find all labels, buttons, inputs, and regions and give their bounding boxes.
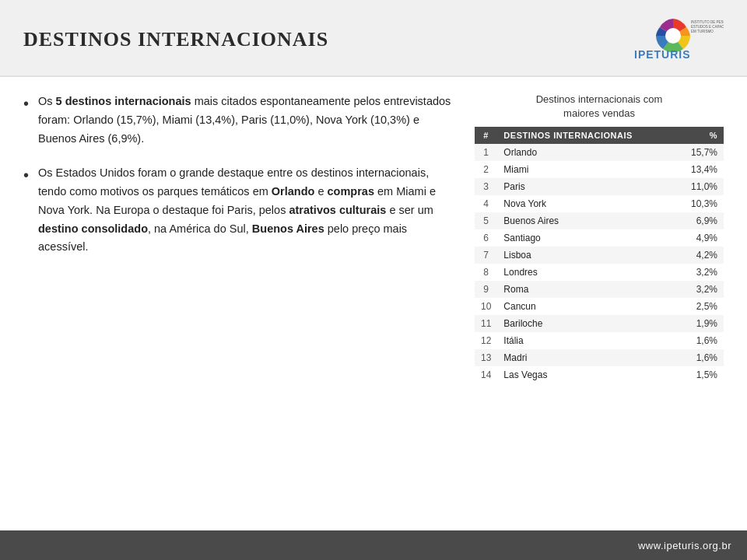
col-destination-header: DESTINOS INTERNACIONAIS (497, 127, 685, 144)
table-row: 2Miami13,4% (475, 161, 724, 178)
cell-percentage: 3,2% (685, 281, 724, 298)
svg-text:EM TURISMO: EM TURISMO (691, 30, 714, 33)
cell-rank: 7 (475, 247, 497, 264)
cell-percentage: 4,9% (685, 229, 724, 247)
svg-text:ESTUDOS E CAPACITAÇÃO: ESTUDOS E CAPACITAÇÃO (691, 24, 724, 29)
cell-destination: Roma (497, 281, 685, 298)
cell-destination: Itália (497, 332, 685, 349)
col-rank-header: # (475, 127, 497, 144)
cell-destination: Las Vegas (497, 366, 685, 383)
right-column: Destinos internacionais com maiores vend… (475, 93, 724, 520)
cell-percentage: 6,9% (685, 212, 724, 229)
cell-destination: Cancun (497, 298, 685, 315)
bullet-dot-1: • (23, 91, 29, 116)
bullet-text-2: Os Estados Unidos foram o grande destaqu… (38, 164, 451, 257)
cell-percentage: 1,6% (685, 332, 724, 349)
cell-percentage: 15,7% (685, 144, 724, 161)
table-row: 11Bariloche1,9% (475, 315, 724, 332)
bullet-item-2: • Os Estados Unidos foram o grande desta… (23, 164, 451, 257)
cell-percentage: 2,5% (685, 298, 724, 315)
cell-destination: Paris (497, 178, 685, 195)
cell-rank: 10 (475, 298, 497, 315)
cell-rank: 5 (475, 212, 497, 229)
bullet-dot-2: • (23, 163, 29, 187)
cell-rank: 2 (475, 161, 497, 178)
table-row: 13Madri1,6% (475, 349, 724, 366)
svg-text:IPETURIS: IPETURIS (634, 48, 691, 61)
table-title-line2: maiores vendas (563, 107, 635, 119)
cell-percentage: 3,2% (685, 264, 724, 281)
footer-url: www.ipeturis.org.br (638, 540, 731, 551)
svg-point-1 (665, 28, 681, 44)
left-column: • Os 5 destinos internacionais mais cita… (23, 93, 459, 520)
table-row: 3Paris11,0% (475, 178, 724, 195)
cell-rank: 3 (475, 178, 497, 195)
cell-percentage: 1,5% (685, 366, 724, 383)
cell-rank: 12 (475, 332, 497, 349)
cell-rank: 1 (475, 144, 497, 161)
title-text: Destinos Internacionais (23, 28, 328, 51)
table-title-line1: Destinos internacionais com (536, 93, 663, 105)
cell-percentage: 11,0% (685, 178, 724, 195)
cell-destination: Madri (497, 349, 685, 366)
bullet-text-1: Os 5 destinos internacionais mais citado… (38, 93, 451, 149)
table-row: 14Las Vegas1,5% (475, 366, 724, 383)
logo-container: IPETURIS INSTITUTO DE PESQUISAS, ESTUDOS… (622, 14, 724, 65)
cell-rank: 8 (475, 264, 497, 281)
page: Destinos Internacionais (0, 0, 747, 560)
cell-rank: 6 (475, 229, 497, 247)
cell-rank: 13 (475, 349, 497, 366)
table-header: # DESTINOS INTERNACIONAIS % (475, 127, 724, 144)
table-row: 10Cancun2,5% (475, 298, 724, 315)
cell-rank: 4 (475, 195, 497, 212)
table-row: 9Roma3,2% (475, 281, 724, 298)
destinations-table: # DESTINOS INTERNACIONAIS % 1Orlando15,7… (475, 127, 724, 383)
cell-destination: Londres (497, 264, 685, 281)
table-header-row: # DESTINOS INTERNACIONAIS % (475, 127, 724, 144)
table-row: 6Santiago4,9% (475, 229, 724, 247)
table-body: 1Orlando15,7%2Miami13,4%3Paris11,0%4Nova… (475, 144, 724, 383)
cell-destination: Orlando (497, 144, 685, 161)
footer: www.ipeturis.org.br (0, 530, 747, 560)
cell-destination: Bariloche (497, 315, 685, 332)
main-content: • Os 5 destinos internacionais mais cita… (0, 77, 747, 536)
bullet-item-1: • Os 5 destinos internacionais mais cita… (23, 93, 451, 149)
cell-destination: Lisboa (497, 247, 685, 264)
table-row: 8Londres3,2% (475, 264, 724, 281)
page-title: Destinos Internacionais (23, 28, 328, 51)
cell-percentage: 10,3% (685, 195, 724, 212)
table-row: 7Lisboa4,2% (475, 247, 724, 264)
svg-text:INSTITUTO DE PESQUISAS,: INSTITUTO DE PESQUISAS, (691, 20, 724, 24)
col-pct-header: % (685, 127, 724, 144)
ipeturis-logo-icon: IPETURIS INSTITUTO DE PESQUISAS, ESTUDOS… (622, 14, 724, 65)
cell-percentage: 1,9% (685, 315, 724, 332)
table-title: Destinos internacionais com maiores vend… (475, 93, 724, 121)
cell-rank: 9 (475, 281, 497, 298)
cell-destination: Miami (497, 161, 685, 178)
cell-percentage: 1,6% (685, 349, 724, 366)
cell-rank: 11 (475, 315, 497, 332)
cell-percentage: 4,2% (685, 247, 724, 264)
cell-rank: 14 (475, 366, 497, 383)
cell-destination: Santiago (497, 229, 685, 247)
table-row: 1Orlando15,7% (475, 144, 724, 161)
cell-destination: Buenos Aires (497, 212, 685, 229)
header: Destinos Internacionais (0, 0, 747, 77)
cell-destination: Nova York (497, 195, 685, 212)
table-row: 5Buenos Aires6,9% (475, 212, 724, 229)
table-row: 12Itália1,6% (475, 332, 724, 349)
cell-percentage: 13,4% (685, 161, 724, 178)
table-row: 4Nova York10,3% (475, 195, 724, 212)
